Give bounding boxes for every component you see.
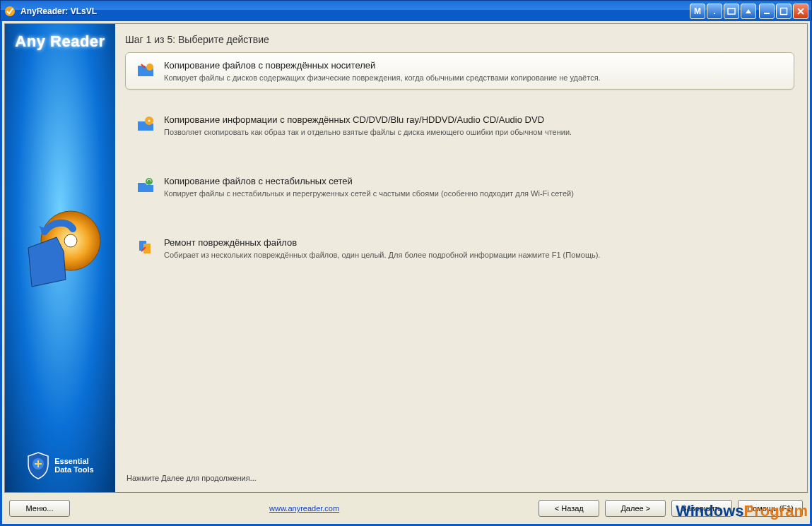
option-title: Копирование информации с повреждённых CD… [164,114,572,125]
disc-copy-icon [136,114,155,134]
shield-icon [26,451,50,479]
svg-point-7 [146,64,153,71]
finish-button[interactable]: Завершить [671,500,732,517]
maximize-button[interactable] [776,4,792,19]
minimize-button[interactable] [759,4,775,19]
svg-rect-1 [728,8,735,14]
repair-icon [136,237,155,257]
back-button[interactable]: < Назад [539,500,599,517]
tray-window-button[interactable] [724,4,739,19]
svg-point-9 [148,120,151,122]
option-title: Копирование файлов с нестабильных сетей [164,176,574,186]
step-title: Шаг 1 из 5: Выберите действие [125,34,794,45]
footer-brand: Essential Data Tools [26,451,93,479]
content-row: Any Reader [4,23,808,493]
tray-m-button[interactable]: M [690,4,705,19]
option-desc: Копирует файлы с нестабильных и перегруж… [164,189,574,198]
menu-button[interactable]: Меню... [9,500,70,517]
option-desc: Позволяет скопировать как образ так и от… [164,128,572,136]
option-text: Копирование информации с повреждённых CD… [164,114,572,136]
svg-rect-3 [781,8,787,14]
option-copy-damaged-media[interactable]: Копирование файлов с повреждённых носите… [125,52,794,90]
close-button[interactable] [793,4,808,19]
status-text: Нажмите Далее для продолжения... [125,470,794,485]
svg-rect-2 [764,13,770,14]
brand-logo: Any Reader [15,32,105,51]
disc-illustration [18,209,102,294]
option-copy-network[interactable]: Копирование файлов с нестабильных сетей … [125,168,794,205]
option-text: Копирование файлов с повреждённых носите… [164,60,601,82]
tray-dot-button[interactable]: . [707,4,722,19]
window-body: Any Reader [0,21,812,526]
svg-point-5 [64,234,77,247]
bottom-button-row: Меню... www.anyreader.com < Назад Далее … [2,493,810,524]
next-button[interactable]: Далее > [605,500,666,517]
website-link[interactable]: www.anyreader.com [269,504,339,513]
url-area: www.anyreader.com [76,504,533,513]
titlebar: AnyReader: VLsVL M . [0,0,812,21]
main-panel: Шаг 1 из 5: Выберите действие Копировани… [115,24,807,492]
option-desc: Копирует файлы с дисков содержащих физич… [164,73,601,82]
option-title: Копирование файлов с повреждённых носите… [164,60,601,71]
window-controls [759,4,808,19]
option-title: Ремонт повреждённых файлов [164,237,600,248]
window-title: AnyReader: VLsVL [20,6,687,16]
network-copy-icon [136,176,155,196]
option-text: Ремонт повреждённых файлов Собирает из н… [164,237,600,259]
footer-brand-text: Essential Data Tools [54,457,93,474]
option-repair-files[interactable]: Ремонт повреждённых файлов Собирает из н… [125,229,794,267]
extra-window-buttons: M . [690,4,756,19]
folder-copy-icon [136,60,155,80]
help-button[interactable]: Помощь (F1) [738,500,803,517]
app-icon [4,5,16,18]
option-desc: Собирает из нескольких повреждённых файл… [164,251,600,259]
option-text: Копирование файлов с нестабильных сетей … [164,176,574,198]
option-copy-optical[interactable]: Копирование информации с повреждённых CD… [125,107,794,144]
sidebar: Any Reader [5,24,115,492]
tray-up-button[interactable] [741,4,756,19]
